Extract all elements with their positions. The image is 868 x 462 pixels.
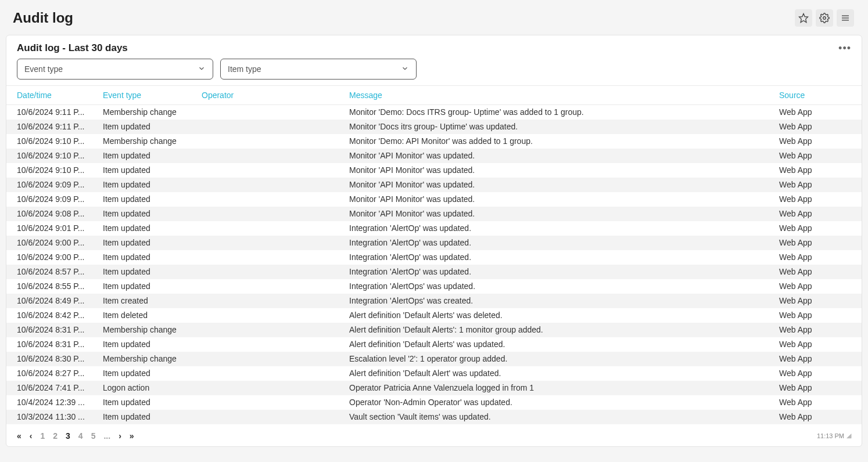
page-prev[interactable]: ‹ xyxy=(30,431,33,441)
top-actions xyxy=(795,9,854,27)
cell-datetime: 10/6/2024 9:10 P... xyxy=(6,149,92,163)
cell-message: Integration 'AlertOps' was updated. xyxy=(339,279,769,294)
table-row[interactable]: 10/6/2024 8:57 P...Item updatedIntegrati… xyxy=(6,265,862,279)
cell-event: Membership change xyxy=(92,323,191,337)
table-row[interactable]: 10/6/2024 9:00 P...Item updatedIntegrati… xyxy=(6,250,862,265)
cell-message: Alert definition 'Default Alerts': 1 mon… xyxy=(339,323,769,337)
cell-operator xyxy=(191,178,339,192)
panel-menu-button[interactable]: ••• xyxy=(838,43,851,53)
table-row[interactable]: 10/6/2024 8:42 P...Item deletedAlert def… xyxy=(6,308,862,323)
item-type-filter[interactable]: Item type xyxy=(220,59,417,80)
star-icon xyxy=(798,13,809,23)
cell-message: Integration 'AlertOp' was updated. xyxy=(339,236,769,250)
event-type-filter-label: Event type xyxy=(24,64,63,74)
column-header-event-type[interactable]: Event type xyxy=(92,86,191,105)
table-row[interactable]: 10/3/2024 11:30 ...Item updatedVault sec… xyxy=(6,410,862,424)
table-row[interactable]: 10/6/2024 9:11 P...Membership changeMoni… xyxy=(6,105,862,120)
table-row[interactable]: 10/6/2024 8:30 P...Membership changeEsca… xyxy=(6,352,862,366)
cell-event: Item updated xyxy=(92,149,191,163)
cell-operator xyxy=(191,120,339,134)
cell-source: Web App xyxy=(769,221,862,236)
cell-operator xyxy=(191,265,339,279)
page-...[interactable]: ... xyxy=(103,431,110,441)
cell-operator xyxy=(191,163,339,178)
svg-marker-0 xyxy=(799,14,808,23)
cell-event: Membership change xyxy=(92,352,191,366)
cell-source: Web App xyxy=(769,279,862,294)
cell-message: Operator 'Non-Admin Operator' was update… xyxy=(339,395,769,410)
pagination: « ‹ 12345... › » xyxy=(17,431,134,441)
table-row[interactable]: 10/6/2024 9:08 P...Item updatedMonitor '… xyxy=(6,207,862,221)
cell-source: Web App xyxy=(769,207,862,221)
table-row[interactable]: 10/6/2024 9:10 P...Item updatedMonitor '… xyxy=(6,149,862,163)
cell-message: Integration 'AlertOp' was updated. xyxy=(339,250,769,265)
page-last[interactable]: » xyxy=(130,431,134,441)
favorite-button[interactable] xyxy=(795,9,812,27)
cell-source: Web App xyxy=(769,236,862,250)
cell-operator xyxy=(191,337,339,352)
table-row[interactable]: 10/6/2024 9:11 P...Item updatedMonitor '… xyxy=(6,120,862,134)
table-row[interactable]: 10/6/2024 8:31 P...Membership changeAler… xyxy=(6,323,862,337)
ellipsis-icon: ••• xyxy=(838,42,851,54)
cell-source: Web App xyxy=(769,192,862,207)
cell-datetime: 10/6/2024 9:10 P... xyxy=(6,163,92,178)
table-row[interactable]: 10/6/2024 8:31 P...Item updatedAlert def… xyxy=(6,337,862,352)
cell-operator xyxy=(191,105,339,120)
table-row[interactable]: 10/6/2024 9:01 P...Item updatedIntegrati… xyxy=(6,221,862,236)
table-row[interactable]: 10/4/2024 12:39 ...Item updatedOperator … xyxy=(6,395,862,410)
cell-event: Item updated xyxy=(92,395,191,410)
column-header-message[interactable]: Message xyxy=(339,86,769,105)
cell-event: Item updated xyxy=(92,120,191,134)
cell-datetime: 10/6/2024 9:00 P... xyxy=(6,236,92,250)
column-header-source[interactable]: Source xyxy=(769,86,862,105)
cell-message: Operator Patricia Anne Valenzuela logged… xyxy=(339,381,769,395)
page-3[interactable]: 3 xyxy=(66,431,70,441)
cell-datetime: 10/6/2024 8:57 P... xyxy=(6,265,92,279)
cell-event: Item updated xyxy=(92,250,191,265)
table-row[interactable]: 10/6/2024 9:10 P...Membership changeMoni… xyxy=(6,134,862,149)
page-5[interactable]: 5 xyxy=(91,431,96,441)
page-4[interactable]: 4 xyxy=(78,431,83,441)
table-row[interactable]: 10/6/2024 9:10 P...Item updatedMonitor '… xyxy=(6,163,862,178)
item-type-filter-label: Item type xyxy=(228,64,261,74)
cell-datetime: 10/6/2024 9:11 P... xyxy=(6,120,92,134)
event-type-filter[interactable]: Event type xyxy=(17,59,213,80)
table-row[interactable]: 10/6/2024 9:09 P...Item updatedMonitor '… xyxy=(6,178,862,192)
page-first[interactable]: « xyxy=(17,431,21,441)
page-2[interactable]: 2 xyxy=(53,431,58,441)
cell-datetime: 10/6/2024 8:55 P... xyxy=(6,279,92,294)
table-row[interactable]: 10/6/2024 8:55 P...Item updatedIntegrati… xyxy=(6,279,862,294)
cell-message: Monitor 'API Monitor' was updated. xyxy=(339,163,769,178)
cell-message: Alert definition 'Default Alerts' was up… xyxy=(339,337,769,352)
cell-event: Item updated xyxy=(92,337,191,352)
table-row[interactable]: 10/6/2024 9:09 P...Item updatedMonitor '… xyxy=(6,192,862,207)
column-header-operator[interactable]: Operator xyxy=(191,86,339,105)
cell-source: Web App xyxy=(769,163,862,178)
cell-message: Monitor 'API Monitor' was updated. xyxy=(339,192,769,207)
cell-message: Monitor 'API Monitor' was updated. xyxy=(339,207,769,221)
settings-button[interactable] xyxy=(816,9,833,27)
cell-event: Item updated xyxy=(92,163,191,178)
cell-source: Web App xyxy=(769,294,862,308)
cell-message: Integration 'AlertOp' was updated. xyxy=(339,221,769,236)
cell-operator xyxy=(191,395,339,410)
cell-event: Membership change xyxy=(92,105,191,120)
page-1[interactable]: 1 xyxy=(40,431,45,441)
table-row[interactable]: 10/6/2024 8:27 P...Item updatedAlert def… xyxy=(6,366,862,381)
table-row[interactable]: 10/6/2024 9:00 P...Item updatedIntegrati… xyxy=(6,236,862,250)
resize-handle-icon[interactable]: ◢ xyxy=(844,432,851,439)
column-header-datetime[interactable]: Date/time xyxy=(6,86,92,105)
cell-message: Monitor 'Demo: API Monitor' was added to… xyxy=(339,134,769,149)
cell-message: Integration 'AlertOps' was created. xyxy=(339,294,769,308)
cell-operator xyxy=(191,308,339,323)
cell-datetime: 10/6/2024 8:31 P... xyxy=(6,337,92,352)
table-row[interactable]: 10/6/2024 7:41 P...Logon actionOperator … xyxy=(6,381,862,395)
cell-message: Escalation level '2': 1 operator group a… xyxy=(339,352,769,366)
cell-source: Web App xyxy=(769,134,862,149)
page-next[interactable]: › xyxy=(119,431,121,441)
cell-operator xyxy=(191,323,339,337)
menu-button[interactable] xyxy=(837,9,854,27)
panel-title: Audit log - Last 30 days xyxy=(17,42,128,54)
table-row[interactable]: 10/6/2024 8:49 P...Item createdIntegrati… xyxy=(6,294,862,308)
cell-event: Item updated xyxy=(92,192,191,207)
